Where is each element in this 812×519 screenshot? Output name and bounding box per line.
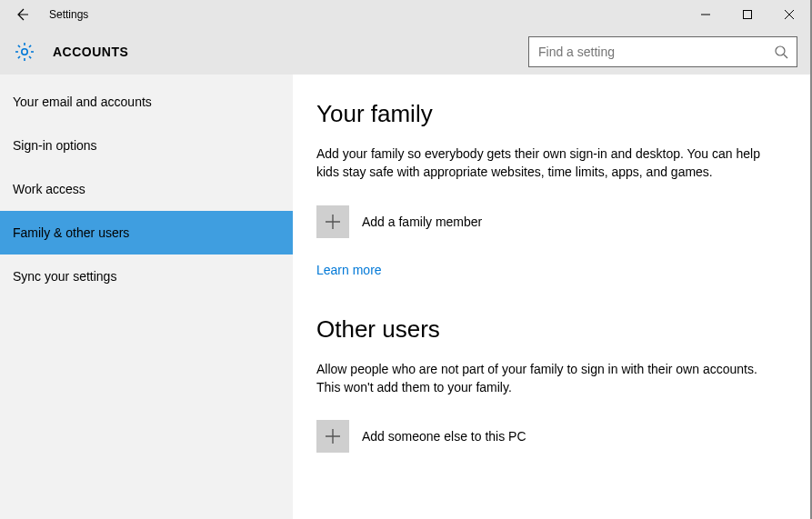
maximize-button[interactable] bbox=[727, 0, 768, 29]
sidebar-item-label: Sync your settings bbox=[13, 269, 116, 284]
minimize-button[interactable] bbox=[685, 0, 727, 29]
add-other-user-button[interactable]: Add someone else to this PC bbox=[316, 420, 787, 453]
gear-icon bbox=[14, 41, 35, 63]
maximize-icon bbox=[743, 10, 752, 19]
breadcrumb: ACCOUNTS bbox=[53, 45, 128, 59]
settings-window: Settings ACC bbox=[0, 0, 812, 519]
search-icon-button[interactable] bbox=[766, 45, 797, 59]
window-title: Settings bbox=[49, 8, 88, 21]
sidebar-item-sync-settings[interactable]: Sync your settings bbox=[0, 255, 293, 298]
settings-gear-icon bbox=[13, 40, 36, 64]
section-heading-family: Your family bbox=[316, 100, 787, 128]
plus-icon bbox=[325, 428, 341, 444]
add-family-member-button[interactable]: Add a family member bbox=[316, 205, 787, 238]
learn-more-link[interactable]: Learn more bbox=[316, 263, 382, 277]
sidebar-item-family-other-users[interactable]: Family & other users bbox=[0, 211, 293, 255]
window-controls bbox=[685, 0, 810, 29]
sidebar-item-label: Work access bbox=[13, 182, 85, 196]
plus-icon-button bbox=[316, 420, 349, 453]
add-other-label: Add someone else to this PC bbox=[362, 429, 526, 444]
sidebar-item-label: Family & other users bbox=[13, 225, 129, 240]
titlebar: Settings bbox=[0, 0, 810, 29]
minimize-icon bbox=[701, 10, 710, 19]
back-button[interactable] bbox=[0, 0, 44, 29]
sidebar: Your email and accounts Sign-in options … bbox=[0, 75, 293, 519]
svg-rect-0 bbox=[744, 11, 752, 19]
add-family-label: Add a family member bbox=[362, 215, 482, 229]
section-description-family: Add your family so everybody gets their … bbox=[316, 145, 762, 182]
sidebar-item-email-accounts[interactable]: Your email and accounts bbox=[0, 80, 293, 124]
sidebar-item-signin-options[interactable]: Sign-in options bbox=[0, 124, 293, 167]
search-box[interactable] bbox=[528, 36, 797, 67]
search-input[interactable] bbox=[529, 45, 766, 59]
plus-icon-button bbox=[316, 205, 349, 238]
section-description-others: Allow people who are not part of your fa… bbox=[316, 360, 762, 397]
body: Your email and accounts Sign-in options … bbox=[0, 75, 810, 519]
header: ACCOUNTS bbox=[0, 29, 810, 75]
svg-point-2 bbox=[776, 46, 785, 55]
plus-icon bbox=[325, 214, 341, 230]
close-button[interactable] bbox=[768, 0, 810, 29]
section-heading-others: Other users bbox=[316, 315, 787, 344]
sidebar-item-label: Your email and accounts bbox=[13, 95, 152, 109]
search-icon bbox=[774, 45, 788, 59]
arrow-left-icon bbox=[15, 7, 29, 22]
close-icon bbox=[785, 10, 794, 19]
svg-point-1 bbox=[22, 49, 27, 55]
content-panel: Your family Add your family so everybody… bbox=[293, 75, 810, 519]
sidebar-item-work-access[interactable]: Work access bbox=[0, 167, 293, 211]
sidebar-item-label: Sign-in options bbox=[13, 138, 97, 153]
